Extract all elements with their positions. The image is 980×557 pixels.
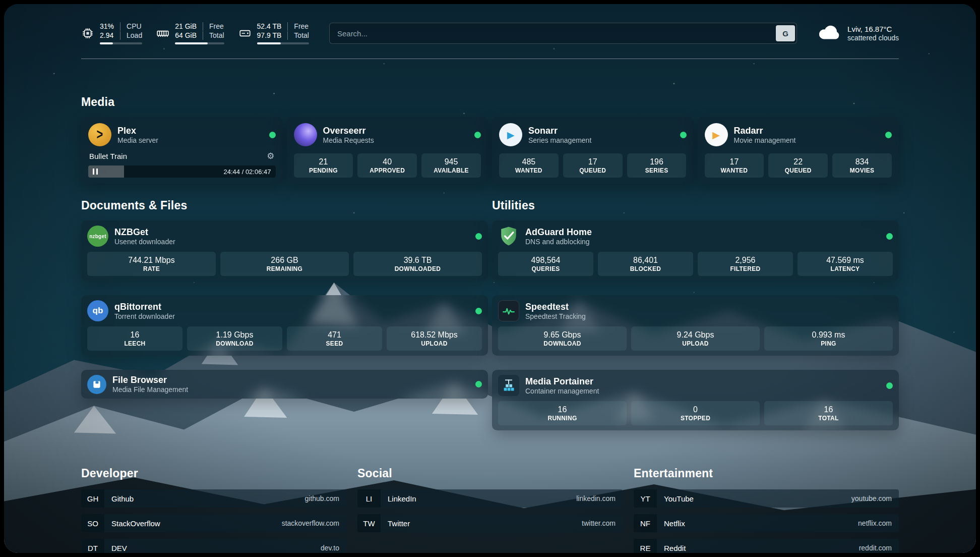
links-social: Social LI LinkedIn linkedin.com TW Twitt…: [357, 467, 623, 553]
app-card-filebrowser[interactable]: File Browser Media File Management: [81, 370, 488, 399]
section-title-documents: Documents & Files: [81, 199, 488, 212]
links-entertainment: Entertainment YT YouTube youtube.com NF …: [634, 467, 899, 553]
bookmark-url: youtube.com: [851, 494, 899, 503]
status-dot: [886, 382, 893, 389]
stat-seed: 471SEED: [287, 326, 382, 351]
speedtest-icon: [498, 300, 519, 321]
app-card-sonarr[interactable]: ▶ Sonarr Series management 485WANTED 17Q…: [492, 117, 694, 184]
bookmark-dev[interactable]: DT DEV dev.to: [81, 539, 346, 553]
stat-downloaded: 39.6 TBDOWNLOADED: [353, 252, 482, 276]
twitter-icon: TW: [357, 514, 381, 532]
pause-icon[interactable]: [93, 169, 98, 175]
bookmark-name: DEV: [104, 544, 127, 552]
search-engine-button[interactable]: G: [776, 25, 795, 41]
section-title-media: Media: [81, 95, 899, 109]
search-input[interactable]: [331, 29, 776, 38]
netflix-icon: NF: [634, 514, 657, 532]
bookmark-youtube[interactable]: YT YouTube youtube.com: [634, 489, 899, 508]
header-divider: [81, 59, 899, 59]
app-subtitle: Usenet downloader: [114, 238, 175, 246]
sonarr-icon: ▶: [499, 123, 522, 146]
app-title: Sonarr: [528, 125, 591, 136]
bookmark-netflix[interactable]: NF Netflix netflix.com: [634, 514, 899, 532]
filebrowser-icon: [87, 375, 106, 394]
memory-free-label: Free: [203, 22, 224, 31]
app-card-nzbget[interactable]: nzbget NZBGet Usenet downloader 744.21 M…: [81, 220, 488, 281]
stat-rate: 744.21 MbpsRATE: [87, 252, 216, 276]
bookmark-name: LinkedIn: [381, 494, 416, 503]
stat-remaining: 266 GBREMAINING: [220, 252, 349, 276]
disk-progress-bar: [257, 42, 309, 44]
app-title: Speedtest: [525, 301, 586, 312]
bookmark-url: netflix.com: [858, 519, 899, 527]
overseerr-icon: [294, 123, 317, 146]
cpu-icon: [81, 27, 94, 40]
stackoverflow-icon: SO: [81, 514, 104, 532]
bookmark-url: github.com: [305, 494, 346, 503]
bookmark-linkedin[interactable]: LI LinkedIn linkedin.com: [357, 489, 623, 508]
app-title: Plex: [117, 125, 158, 136]
status-dot: [474, 132, 481, 138]
cloud-icon: [818, 24, 841, 43]
bookmark-url: reddit.com: [859, 544, 899, 552]
app-subtitle: Media server: [117, 136, 158, 145]
section-title-social: Social: [357, 467, 623, 480]
app-title: NZBGet: [114, 227, 175, 238]
bookmark-reddit[interactable]: RE Reddit reddit.com: [634, 539, 899, 553]
bookmark-name: Github: [104, 494, 134, 503]
app-card-portainer[interactable]: Media Portainer Container management 16R…: [492, 370, 899, 430]
disk-free-value: 52.4 TB: [257, 22, 288, 31]
links-developer: Developer GH Github github.com SO StackO…: [81, 467, 346, 553]
app-card-plex[interactable]: > Plex Media server Bullet Train ⚙ 24:44…: [81, 117, 283, 184]
radarr-icon: ▶: [705, 123, 728, 146]
stat-queries: 498,564QUERIES: [498, 252, 593, 276]
stat-total: 16TOTAL: [764, 401, 893, 425]
bookmark-url: dev.to: [321, 544, 346, 552]
bookmark-name: Reddit: [657, 544, 686, 552]
stat-series: 196SERIES: [627, 153, 687, 178]
app-subtitle: Movie management: [734, 136, 796, 145]
status-dot: [475, 381, 482, 387]
section-title-developer: Developer: [81, 467, 346, 480]
weather-condition: scattered clouds: [847, 34, 899, 42]
stat-leech: 16LEECH: [87, 326, 182, 351]
stat-upload: 618.52 MbpsUPLOAD: [387, 326, 482, 351]
stat-ping: 0.993 msPING: [764, 326, 893, 351]
disk-widget: 52.4 TB Free 97.9 TB Total: [238, 22, 309, 44]
app-card-qbittorrent[interactable]: qb qBittorrent Torrent downloader 16LEEC…: [81, 295, 488, 356]
status-dot: [886, 233, 893, 240]
status-dot: [475, 308, 482, 314]
app-card-speedtest[interactable]: Speedtest Speedtest Tracking 9.65 GbpsDO…: [492, 295, 899, 356]
stat-running: 16RUNNING: [498, 401, 627, 425]
section-title-utilities: Utilities: [492, 199, 899, 212]
stat-wanted: 485WANTED: [499, 153, 559, 178]
cpu-progress-bar: [100, 42, 142, 44]
app-title: Radarr: [734, 125, 796, 136]
section-title-entertainment: Entertainment: [634, 467, 899, 480]
memory-total-value: 64 GiB: [175, 31, 203, 40]
stat-download: 9.65 GbpsDOWNLOAD: [498, 326, 627, 351]
nzbget-icon: nzbget: [87, 226, 108, 247]
stat-filtered: 2,956FILTERED: [698, 252, 793, 276]
search-bar: G: [329, 23, 797, 44]
dev-icon: DT: [81, 539, 104, 553]
stat-wanted: 17WANTED: [705, 153, 764, 178]
disk-total-label: Total: [287, 31, 309, 40]
stat-pending: 21PENDING: [294, 153, 353, 178]
topbar: 31% CPU 2.94 Load 21: [81, 22, 899, 44]
status-dot: [885, 132, 892, 138]
app-subtitle: DNS and adblocking: [525, 238, 592, 246]
gear-icon[interactable]: ⚙: [267, 152, 274, 160]
utilities-column: Utilities: [492, 199, 899, 430]
bookmark-stackoverflow[interactable]: SO StackOverflow stackoverflow.com: [81, 514, 346, 532]
weather-widget: Lviv, 16.87°C scattered clouds: [818, 24, 899, 43]
bookmark-twitter[interactable]: TW Twitter twitter.com: [357, 514, 623, 532]
app-card-adguard[interactable]: AdGuard Home DNS and adblocking 498,564Q…: [492, 220, 899, 281]
status-dot: [269, 132, 276, 138]
cpu-label: CPU: [120, 22, 142, 31]
app-card-overseerr[interactable]: Overseerr Media Requests 21PENDING 40APP…: [287, 117, 488, 184]
plex-progress-bar[interactable]: 24:44 / 02:06:47: [88, 165, 276, 178]
bookmark-github[interactable]: GH Github github.com: [81, 489, 346, 508]
memory-total-label: Total: [203, 31, 224, 40]
app-card-radarr[interactable]: ▶ Radarr Movie management 17WANTED 22QUE…: [698, 117, 899, 184]
